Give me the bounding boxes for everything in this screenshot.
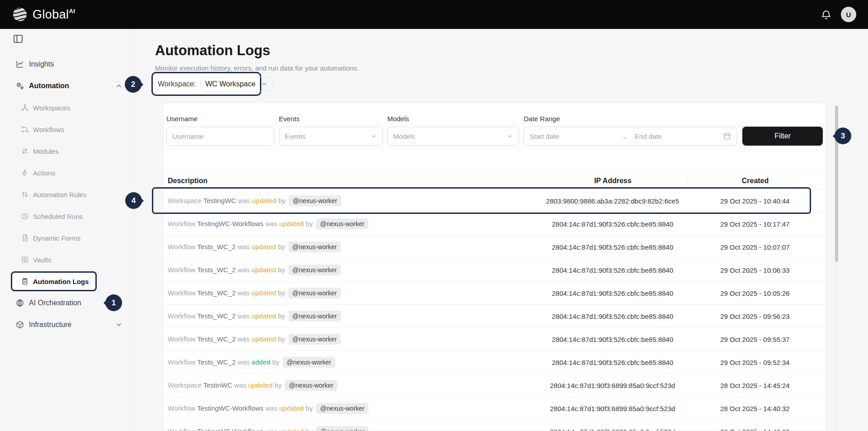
entity-name: TestingWC-Workflows xyxy=(195,404,263,412)
connector-was: was xyxy=(236,266,250,274)
entity-name: Tests_WC_2 xyxy=(195,243,236,251)
table-row[interactable]: Workflow TestingWC-Workflows was updated… xyxy=(164,213,826,236)
log-table-body: Workspace TestingWC was updated by@nexus… xyxy=(164,189,826,431)
notifications-bell-icon[interactable] xyxy=(821,9,832,20)
events-select[interactable]: Events xyxy=(279,127,383,146)
ip-address: 2804:14c:87d1:90f3:6899:85a0:9ccf:523d xyxy=(538,428,687,431)
chevron-up-icon xyxy=(115,82,123,90)
chevron-down-icon xyxy=(115,321,123,328)
connector-was: was xyxy=(236,243,250,251)
ip-address: 2804:14c:87d1:90f3:6899:85a0:9ccf:523d xyxy=(538,405,687,412)
connector-by: by xyxy=(276,289,285,297)
sidebar-item-automation[interactable]: Automation xyxy=(5,76,130,96)
table-row[interactable]: Workflow TestingWC-Workflows was updated… xyxy=(164,397,826,420)
annotation-badge-3: 3 xyxy=(835,128,851,144)
connector-was: was xyxy=(236,335,250,343)
workspace-select[interactable]: WC Workspace xyxy=(200,77,273,91)
sidebar-item-automation-logs[interactable]: Automation Logs xyxy=(11,271,97,291)
entity-type: Workflow xyxy=(168,312,195,320)
sidebar-item-scheduled-runs[interactable]: Scheduled Runs xyxy=(11,206,97,226)
table-row[interactable]: Workflow Tests_WC_2 was updated by@nexus… xyxy=(164,328,826,351)
annotation-badge-2: 2 xyxy=(125,76,142,93)
user-badge: @nexus-worker xyxy=(316,426,368,431)
user-avatar[interactable]: U xyxy=(841,7,856,22)
entity-type: Workflow xyxy=(168,243,195,251)
ip-address: 2804:14c:87d1:90f3:526:cbfc:be85:8840 xyxy=(538,313,687,320)
entity-name: TestingWC xyxy=(202,197,236,204)
sidebar-item-label: Insights xyxy=(29,60,54,68)
connector-by: by xyxy=(304,220,313,227)
table-row[interactable]: Workflow Tests_WC_2 was updated by@nexus… xyxy=(164,259,826,282)
sidebar-item-modules[interactable]: Modules xyxy=(11,141,97,161)
table-row[interactable]: Workspace TestingWC was updated by@nexus… xyxy=(164,189,826,213)
log-description: Workspace TestingWC was updated by@nexus… xyxy=(166,195,538,206)
log-description: Workflow TestingWC-Workflows was updated… xyxy=(166,403,538,414)
table-row[interactable]: Workspace TestinWC was updated by@nexus-… xyxy=(164,374,826,397)
log-description: Workflow Tests_WC_2 was added by@nexus-w… xyxy=(166,357,538,368)
created-timestamp: 29 Oct 2025 - 09:52:34 xyxy=(687,359,823,366)
sidebar-item-vaults[interactable]: Vaults xyxy=(11,250,97,270)
sidebar-item-actions[interactable]: Actions xyxy=(11,163,97,183)
sidebar-item-infrastructure[interactable]: Infrastructure xyxy=(5,315,130,335)
models-select[interactable]: Models xyxy=(387,127,519,146)
date-range-picker[interactable]: Start date → End date xyxy=(524,127,737,146)
created-timestamp: 29 Oct 2025 - 10:06:33 xyxy=(687,266,823,274)
annotation-badge-4: 4 xyxy=(125,192,142,209)
workspace-select-value: WC Workspace xyxy=(205,80,255,88)
ip-address: 2804:14c:87d1:90f3:526:cbfc:be85:8840 xyxy=(538,266,687,274)
entity-name: Tests_WC_2 xyxy=(195,358,236,366)
entity-type: Workflow xyxy=(168,427,195,431)
sidebar-item-insights[interactable]: Insights xyxy=(5,54,130,74)
brand-logo[interactable]: GlobalAI xyxy=(12,6,75,23)
action-label: updated xyxy=(250,266,276,274)
user-badge: @nexus-worker xyxy=(288,288,341,298)
table-row[interactable]: Workflow Tests_WC_2 was updated by@nexus… xyxy=(164,305,826,328)
user-badge: @nexus-worker xyxy=(288,242,341,252)
connector-by: by xyxy=(304,404,313,412)
content-scrollbar[interactable] xyxy=(835,104,839,431)
sidebar-toggle-button[interactable] xyxy=(13,33,24,44)
log-description: Workflow Tests_WC_2 was updated by@nexus… xyxy=(166,288,538,298)
main-content: Automation Logs Monitor execution histor… xyxy=(135,29,868,431)
table-row[interactable]: Workflow Tests_WC_2 was added by@nexus-w… xyxy=(164,351,826,374)
entity-name: TestinWC xyxy=(202,381,232,389)
created-timestamp: 29 Oct 2025 - 10:05:26 xyxy=(687,289,823,297)
table-row[interactable]: Workflow Tests_WC_2 was updated by@nexus… xyxy=(164,282,826,305)
username-input[interactable] xyxy=(166,127,274,146)
log-description: Workflow Tests_WC_2 was updated by@nexus… xyxy=(166,242,538,252)
sidebar-nav: Insights Automation Workspaces Workflows xyxy=(0,54,134,335)
entity-type: Workflow xyxy=(168,220,195,227)
user-badge: @nexus-worker xyxy=(285,380,337,391)
app-header: GlobalAI U xyxy=(0,0,868,29)
connector-was: was xyxy=(236,197,250,204)
table-row[interactable]: Workflow Tests_WC_2 was updated by@nexus… xyxy=(164,236,826,259)
user-badge: @nexus-worker xyxy=(283,357,335,368)
entity-name: Tests_WC_2 xyxy=(195,312,236,320)
chevron-down-icon xyxy=(261,81,268,87)
dynamic-forms-icon xyxy=(21,234,29,242)
calendar-icon[interactable] xyxy=(723,132,731,140)
user-badge: @nexus-worker xyxy=(316,403,368,414)
workspaces-icon xyxy=(21,104,29,112)
sidebar-item-label: Automation xyxy=(29,82,69,90)
user-badge: @nexus-worker xyxy=(288,265,341,275)
user-badge: @nexus-worker xyxy=(316,218,368,229)
workspace-label: Workspace: xyxy=(158,80,196,88)
logs-panel: Username Events Events Models Models xyxy=(163,103,826,431)
connector-was: was xyxy=(232,381,246,389)
table-row[interactable]: Workflow TestingWC-Workflows was updated… xyxy=(164,420,826,431)
sidebar-item-workflows[interactable]: Workflows xyxy=(11,119,97,139)
connector-was: was xyxy=(264,220,278,227)
ip-address: 2804:14c:87d1:90f3:526:cbfc:be85:8840 xyxy=(538,220,687,228)
sidebar-item-automation-rules[interactable]: Automation Rules xyxy=(11,185,97,204)
filter-button[interactable]: Filter xyxy=(742,127,823,146)
end-date-input[interactable]: End date xyxy=(630,133,723,140)
start-date-input[interactable]: Start date xyxy=(529,133,618,140)
user-badge: @nexus-worker xyxy=(288,334,341,345)
sidebar-item-workspaces[interactable]: Workspaces xyxy=(11,98,97,118)
workspace-selector: Workspace: WC Workspace xyxy=(151,72,261,96)
ip-address: 2803:9800:9886:ab3a:2282:dbc9:82b2:6ce5 xyxy=(538,197,687,205)
actions-icon xyxy=(21,169,29,177)
events-label: Events xyxy=(279,115,383,123)
sidebar-item-dynamic-forms[interactable]: Dynamic Forms xyxy=(11,228,97,248)
